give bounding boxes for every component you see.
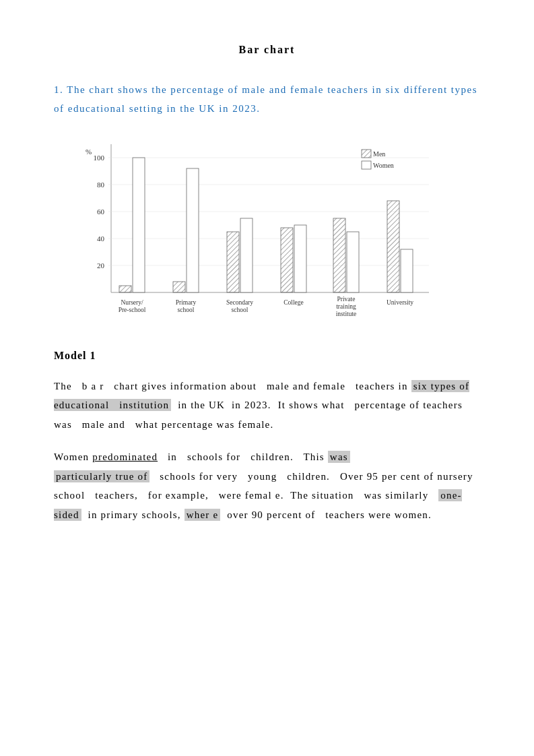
- svg-rect-17: [227, 232, 239, 292]
- svg-text:%: %: [86, 148, 92, 156]
- svg-text:University: University: [386, 299, 413, 306]
- svg-text:60: 60: [97, 208, 105, 216]
- intro-paragraph: 1. The chart shows the percentage of mal…: [54, 80, 480, 119]
- svg-text:Pre-school: Pre-school: [118, 307, 145, 313]
- highlight-one-sided: one-sided: [54, 489, 462, 521]
- svg-rect-15: [173, 282, 185, 292]
- svg-text:institute: institute: [335, 311, 356, 317]
- svg-text:Nursery/: Nursery/: [121, 299, 143, 306]
- predominated-text: predominated: [92, 451, 158, 462]
- svg-text:school: school: [231, 307, 248, 313]
- svg-rect-16: [187, 168, 199, 292]
- intro-text: The chart shows the percentage of male a…: [54, 84, 477, 115]
- model-heading: Model 1: [54, 346, 480, 366]
- bar-chart-svg: 100 80 60 40 20 % Nursery/ Pre: [79, 137, 442, 326]
- chart-container: 100 80 60 40 20 % Nursery/ Pre: [79, 137, 456, 326]
- intro-number: 1.: [54, 84, 63, 95]
- svg-text:Secondary: Secondary: [226, 299, 253, 306]
- svg-rect-20: [294, 225, 306, 292]
- svg-rect-14: [133, 158, 145, 292]
- svg-text:College: College: [283, 299, 304, 306]
- svg-text:Women: Women: [373, 162, 394, 169]
- page-title: Bar chart: [54, 40, 480, 60]
- svg-rect-22: [347, 232, 359, 292]
- svg-text:80: 80: [97, 181, 105, 189]
- svg-rect-21: [333, 218, 345, 292]
- svg-rect-23: [387, 201, 399, 292]
- svg-rect-36: [362, 150, 371, 158]
- highlight-particularly: particularly true of: [54, 470, 149, 482]
- svg-rect-24: [401, 249, 413, 292]
- svg-rect-18: [240, 218, 253, 292]
- svg-text:Men: Men: [373, 150, 385, 158]
- svg-rect-38: [362, 161, 371, 169]
- svg-text:school: school: [177, 307, 194, 313]
- body-paragraph-1: The b a r chart gives information about …: [54, 377, 480, 435]
- svg-text:Primary: Primary: [175, 299, 196, 306]
- highlight-was: was: [328, 451, 350, 463]
- svg-rect-19: [281, 228, 293, 292]
- svg-text:20: 20: [97, 261, 105, 270]
- svg-text:100: 100: [93, 154, 104, 162]
- svg-text:training: training: [336, 303, 356, 310]
- body-paragraph-2: Women predominated in schools for childr…: [54, 447, 480, 524]
- svg-rect-13: [119, 286, 131, 292]
- highlight-six-types: six types of educational institution: [54, 380, 469, 412]
- svg-text:Private: Private: [337, 296, 355, 303]
- highlight-where: wher e: [185, 509, 221, 521]
- svg-text:40: 40: [97, 234, 105, 243]
